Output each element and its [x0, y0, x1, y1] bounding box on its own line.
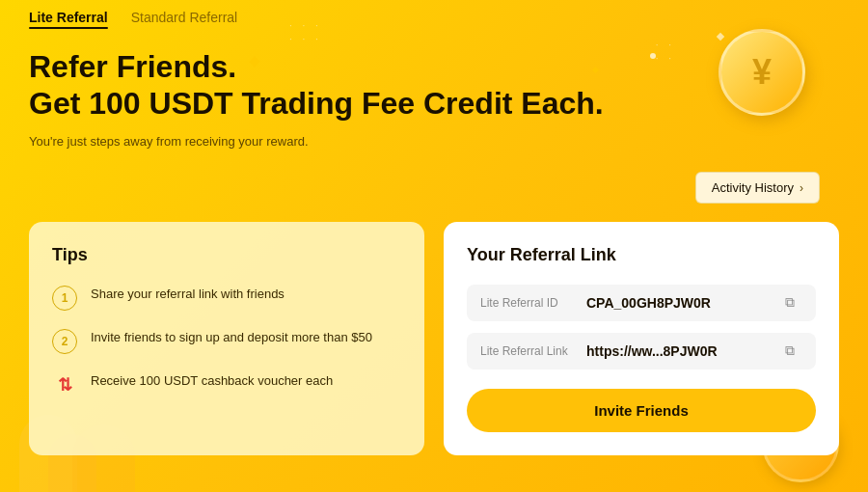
copy-referral-link-button[interactable]: ⧉ — [785, 342, 802, 360]
referral-link-value: https://ww...8PJW0R — [586, 343, 785, 359]
copy-referral-id-button[interactable]: ⧉ — [785, 294, 802, 312]
referral-id-label: Lite Referral ID — [480, 296, 586, 310]
tip-number-2: 2 — [52, 329, 77, 354]
referral-card: Your Referral Link Lite Referral ID CPA_… — [444, 222, 839, 455]
referral-link-label: Lite Referral Link — [480, 344, 586, 358]
tips-card: Tips 1 Share your referral link with fri… — [29, 222, 424, 455]
tip-number-1: 1 — [52, 286, 77, 311]
deco-dots-2: · ·· · — [656, 39, 675, 66]
deco-dots-1: · · ·· · · — [289, 19, 322, 46]
referral-id-value: CPA_00GH8PJW0R — [586, 295, 785, 311]
tip-item-2: 2 Invite friends to sign up and deposit … — [52, 328, 401, 354]
chevron-right-icon: › — [800, 181, 803, 195]
tips-card-title: Tips — [52, 245, 401, 265]
coin-symbol: ¥ — [752, 52, 772, 93]
gift-icon: ⇅ — [52, 372, 77, 397]
cards-row: Tips 1 Share your referral link with fri… — [29, 222, 839, 455]
page-wrapper: · · ·· · · · ·· · ¥ ¥ Lite Referral Stan… — [0, 0, 868, 492]
deco-circle-white — [650, 53, 656, 59]
activity-history-label: Activity History — [712, 180, 794, 195]
referral-id-field: Lite Referral ID CPA_00GH8PJW0R ⧉ — [467, 285, 816, 321]
hero-section: Refer Friends. Get 100 USDT Trading Fee … — [29, 48, 604, 168]
hero-title-line2: Get 100 USDT Trading Fee Credit Each. — [29, 86, 604, 121]
hero-title: Refer Friends. Get 100 USDT Trading Fee … — [29, 48, 604, 123]
tab-standard-referral[interactable]: Standard Referral — [131, 10, 238, 29]
tip-text-1: Share your referral link with friends — [91, 285, 285, 304]
referral-link-field: Lite Referral Link https://ww...8PJW0R ⧉ — [467, 333, 816, 369]
hero-title-line1: Refer Friends. — [29, 49, 236, 84]
coin-decoration: ¥ — [704, 19, 810, 125]
activity-history-button[interactable]: Activity History › — [695, 172, 820, 204]
hero-subtitle: You're just steps away from receiving yo… — [29, 134, 604, 149]
referral-card-title: Your Referral Link — [467, 245, 816, 265]
tabs-row: Lite Referral Standard Referral — [29, 10, 237, 29]
tab-lite-referral[interactable]: Lite Referral — [29, 10, 108, 29]
invite-friends-button[interactable]: Invite Friends — [467, 389, 816, 432]
tip-text-2: Invite friends to sign up and deposit mo… — [91, 328, 372, 347]
tip-text-3: Receive 100 USDT cashback voucher each — [91, 371, 333, 391]
tip-item-1: 1 Share your referral link with friends — [52, 285, 401, 311]
tip-item-3: ⇅ Receive 100 USDT cashback voucher each — [52, 371, 401, 397]
